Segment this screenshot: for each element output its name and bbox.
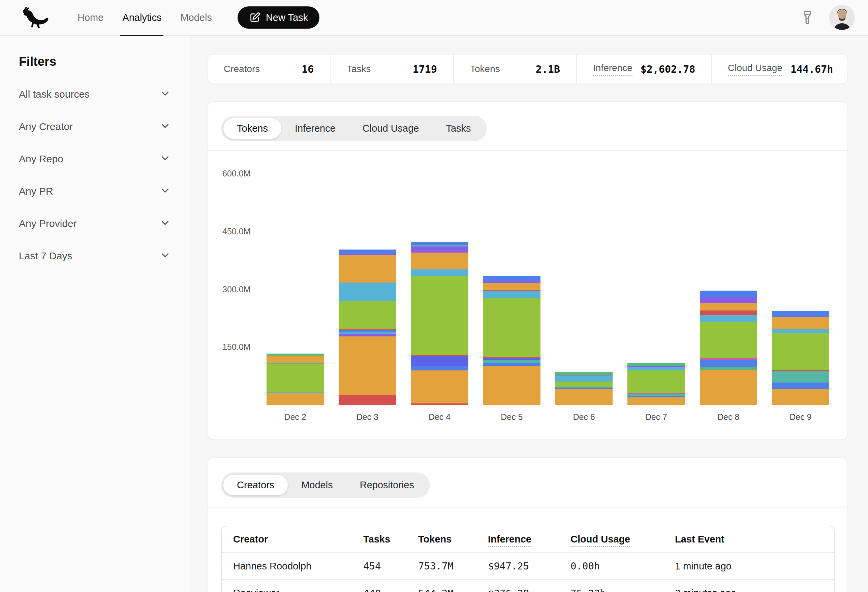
- y-tick-150.0M: 150.0M: [222, 342, 250, 352]
- filter-any-provider[interactable]: Any Provider: [19, 208, 171, 240]
- bar-segment-skyblue: [627, 367, 685, 370]
- cell-last-event: 1 minute ago: [675, 552, 835, 580]
- main-content: Creators16Tasks1719Tokens2.1BInference$2…: [190, 36, 868, 592]
- creators-table-wrap: CreatorTasksTokensInferenceCloud UsageLa…: [221, 526, 835, 592]
- filter-any-creator[interactable]: Any Creator: [19, 110, 171, 143]
- col-header-label: Tokens: [418, 534, 452, 545]
- bar-segment-green: [627, 370, 685, 393]
- kangaroo-logo[interactable]: [19, 6, 51, 29]
- bar-segment-green: [555, 381, 613, 387]
- bar-dec-9[interactable]: [772, 311, 829, 405]
- bar-dec-4[interactable]: [411, 242, 468, 405]
- stats-summary-card: Creators16Tasks1719Tokens2.1BInference$2…: [207, 54, 848, 84]
- col-header-last-event: Last Event: [675, 526, 835, 552]
- bar-dec-6[interactable]: [555, 372, 613, 405]
- bar-segment-green: [483, 298, 540, 357]
- bar-segment-purple: [339, 334, 396, 336]
- filter-label: Any Repo: [19, 153, 63, 165]
- x-axis: Dec 2Dec 3Dec 4Dec 5Dec 6Dec 7Dec 8Dec 9: [267, 412, 829, 422]
- new-task-button[interactable]: New Task: [238, 6, 319, 29]
- cell-cloud-usage: 0.00h: [570, 552, 675, 580]
- stat-label-cloud-usage[interactable]: Cloud Usage: [728, 63, 782, 76]
- col-header-creator: Creator: [222, 526, 363, 552]
- bar-segment-seagreen: [555, 372, 613, 375]
- cell-tokens: 544.3M: [418, 580, 488, 592]
- nav-link-models[interactable]: Models: [171, 0, 221, 35]
- bar-segment-indigo: [411, 356, 468, 366]
- bar-segment-red: [411, 404, 468, 405]
- bar-segment-orange: [772, 317, 829, 329]
- bar-dec-5[interactable]: [483, 276, 540, 405]
- bar-segment-orange: [411, 253, 468, 269]
- x-label-dec-6: Dec 6: [555, 412, 613, 422]
- bar-segment-royal: [483, 363, 540, 366]
- user-avatar[interactable]: [830, 5, 855, 30]
- bar-segment-teal: [483, 360, 540, 363]
- stat-value-inference: $2,602.78: [641, 63, 695, 75]
- col-header-label[interactable]: Cloud Usage: [570, 534, 630, 547]
- stat-tokens: Tokens2.1B: [453, 54, 576, 84]
- filter-last-7-days[interactable]: Last 7 Days: [19, 240, 171, 272]
- bar-segment-royal: [772, 311, 829, 317]
- bar-segment-teal: [772, 371, 829, 382]
- bar-segment-royal: [339, 250, 396, 254]
- nav-link-home[interactable]: Home: [68, 0, 113, 35]
- x-label-dec-9: Dec 9: [772, 412, 829, 422]
- table-row[interactable]: Rooviewer440544.3M$376.2875.23h3 minutes…: [222, 580, 835, 592]
- breakdown-tabs: CreatorsModelsRepositories: [221, 473, 430, 498]
- bar-segment-orange: [555, 389, 613, 405]
- stat-label-creators: Creators: [224, 64, 260, 74]
- bar-segment-green: [267, 364, 324, 392]
- creators-table: CreatorTasksTokensInferenceCloud UsageLa…: [222, 526, 835, 592]
- table-header-row: CreatorTasksTokensInferenceCloud UsageLa…: [222, 526, 835, 552]
- stacked-bar-chart: [267, 102, 829, 405]
- bar-segment-orange: [483, 366, 540, 405]
- stat-creators: Creators16: [208, 54, 330, 84]
- bar-dec-2[interactable]: [267, 353, 324, 405]
- pencil-square-icon: [249, 12, 260, 23]
- cell-tokens: 753.7M: [418, 552, 488, 580]
- stat-value-tokens: 2.1B: [536, 63, 560, 75]
- bar-dec-7[interactable]: [627, 363, 685, 405]
- flashlight-icon[interactable]: [799, 9, 815, 26]
- col-header-inference[interactable]: Inference: [488, 526, 570, 552]
- breakdown-tab-repositories[interactable]: Repositories: [346, 475, 428, 495]
- filters-title: Filters: [19, 54, 171, 69]
- breakdown-tab-models[interactable]: Models: [288, 475, 346, 495]
- bar-dec-8[interactable]: [700, 291, 757, 405]
- cell-creator: Hannes Roodolph: [222, 552, 363, 580]
- x-label-dec-8: Dec 8: [700, 412, 757, 422]
- table-row[interactable]: Hannes Roodolph454753.7M$947.250.00h1 mi…: [222, 552, 835, 580]
- col-header-label[interactable]: Inference: [488, 534, 531, 547]
- breakdown-tab-creators[interactable]: Creators: [223, 475, 288, 495]
- chevron-down-icon: [159, 120, 171, 133]
- y-tick-300.0M: 300.0M: [222, 284, 250, 294]
- filter-any-pr[interactable]: Any PR: [19, 175, 171, 208]
- col-header-label: Creator: [233, 534, 268, 545]
- filter-any-repo[interactable]: Any Repo: [19, 143, 171, 175]
- x-label-dec-4: Dec 4: [411, 412, 468, 422]
- stat-label-inference[interactable]: Inference: [593, 63, 632, 76]
- col-header-cloud-usage[interactable]: Cloud Usage: [570, 526, 675, 552]
- bar-segment-royal: [772, 383, 829, 389]
- y-tick-600.0M: 600.0M: [222, 168, 250, 178]
- analytics-page: HomeAnalyticsModels New Task: [0, 0, 868, 592]
- col-header-label: Tasks: [363, 534, 390, 545]
- topbar-right: [799, 5, 868, 30]
- bar-dec-3[interactable]: [339, 250, 396, 405]
- filter-all-task-sources[interactable]: All task sources: [19, 78, 171, 110]
- bar-segment-skyblue: [411, 269, 468, 276]
- bar-segment-red: [339, 395, 396, 405]
- filter-label: Any Creator: [19, 121, 73, 133]
- stat-cloud-usage: Cloud Usage144.67h: [711, 54, 846, 84]
- chevron-down-icon: [159, 185, 171, 198]
- x-label-dec-2: Dec 2: [267, 412, 324, 422]
- filter-label: Last 7 Days: [19, 250, 72, 262]
- cell-inference: $376.28: [488, 580, 570, 592]
- bar-segment-skyblue: [483, 291, 540, 298]
- bar-segment-skyblue: [700, 315, 757, 322]
- nav-link-analytics[interactable]: Analytics: [113, 0, 171, 35]
- bar-segment-green: [772, 333, 829, 370]
- cell-last-event: 3 minutes ago: [675, 580, 835, 592]
- breakdown-card-divider: [208, 508, 847, 508]
